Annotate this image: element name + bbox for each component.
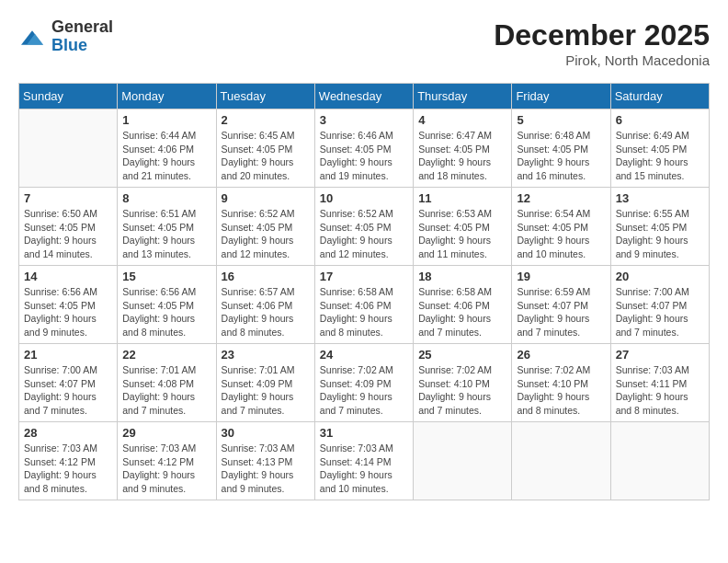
day-detail: Sunrise: 6:53 AM Sunset: 4:05 PM Dayligh… xyxy=(418,207,506,261)
calendar-day-cell: 29Sunrise: 7:03 AM Sunset: 4:12 PM Dayli… xyxy=(118,422,216,500)
calendar-day-cell: 20Sunrise: 7:00 AM Sunset: 4:07 PM Dayli… xyxy=(610,266,709,344)
calendar-day-cell: 30Sunrise: 7:03 AM Sunset: 4:13 PM Dayli… xyxy=(216,422,314,500)
day-number: 13 xyxy=(616,191,704,205)
calendar-day-cell: 10Sunrise: 6:52 AM Sunset: 4:05 PM Dayli… xyxy=(314,188,413,266)
day-number: 1 xyxy=(122,113,210,127)
calendar-day-cell: 15Sunrise: 6:56 AM Sunset: 4:05 PM Dayli… xyxy=(118,266,216,344)
calendar-day-cell: 31Sunrise: 7:03 AM Sunset: 4:14 PM Dayli… xyxy=(314,422,413,500)
calendar-day-cell: 27Sunrise: 7:03 AM Sunset: 4:11 PM Dayli… xyxy=(610,344,709,422)
weekday-header-cell: Friday xyxy=(512,84,610,109)
day-detail: Sunrise: 6:46 AM Sunset: 4:05 PM Dayligh… xyxy=(320,129,408,183)
day-number: 2 xyxy=(222,113,310,127)
day-detail: Sunrise: 6:58 AM Sunset: 4:06 PM Dayligh… xyxy=(320,285,408,339)
calendar-day-cell: 4Sunrise: 6:47 AM Sunset: 4:05 PM Daylig… xyxy=(414,109,512,188)
day-number: 9 xyxy=(222,191,310,205)
calendar-week-row: 1Sunrise: 6:44 AM Sunset: 4:06 PM Daylig… xyxy=(19,109,710,188)
calendar-day-cell: 8Sunrise: 6:51 AM Sunset: 4:05 PM Daylig… xyxy=(118,188,216,266)
day-number: 3 xyxy=(320,113,408,127)
day-detail: Sunrise: 6:51 AM Sunset: 4:05 PM Dayligh… xyxy=(122,207,210,261)
day-number: 25 xyxy=(418,348,506,362)
day-number: 15 xyxy=(122,270,210,283)
calendar-day-cell xyxy=(414,422,512,500)
calendar-day-cell: 19Sunrise: 6:59 AM Sunset: 4:07 PM Dayli… xyxy=(512,266,610,344)
weekday-header-cell: Saturday xyxy=(610,84,709,109)
calendar-day-cell: 11Sunrise: 6:53 AM Sunset: 4:05 PM Dayli… xyxy=(414,188,512,266)
day-detail: Sunrise: 6:50 AM Sunset: 4:05 PM Dayligh… xyxy=(24,207,112,261)
day-number: 4 xyxy=(418,113,506,127)
day-number: 26 xyxy=(517,348,605,362)
day-number: 30 xyxy=(222,426,310,440)
day-number: 28 xyxy=(24,426,112,440)
logo-text: General Blue xyxy=(51,18,113,55)
day-number: 22 xyxy=(122,348,210,362)
day-detail: Sunrise: 7:00 AM Sunset: 4:07 PM Dayligh… xyxy=(616,285,704,339)
day-number: 7 xyxy=(24,191,112,205)
day-detail: Sunrise: 6:52 AM Sunset: 4:05 PM Dayligh… xyxy=(222,207,310,261)
calendar-table: SundayMondayTuesdayWednesdayThursdayFrid… xyxy=(18,83,710,500)
day-number: 29 xyxy=(122,426,210,440)
day-detail: Sunrise: 6:44 AM Sunset: 4:06 PM Dayligh… xyxy=(122,129,210,183)
calendar-day-cell: 2Sunrise: 6:45 AM Sunset: 4:05 PM Daylig… xyxy=(216,109,314,188)
weekday-header-cell: Wednesday xyxy=(314,84,413,109)
calendar-day-cell: 28Sunrise: 7:03 AM Sunset: 4:12 PM Dayli… xyxy=(19,422,118,500)
calendar-day-cell xyxy=(610,422,709,500)
calendar-day-cell: 22Sunrise: 7:01 AM Sunset: 4:08 PM Dayli… xyxy=(118,344,216,422)
day-detail: Sunrise: 6:47 AM Sunset: 4:05 PM Dayligh… xyxy=(418,129,506,183)
day-number: 31 xyxy=(320,426,408,440)
day-detail: Sunrise: 6:57 AM Sunset: 4:06 PM Dayligh… xyxy=(222,285,310,339)
day-detail: Sunrise: 6:52 AM Sunset: 4:05 PM Dayligh… xyxy=(320,207,408,261)
day-detail: Sunrise: 6:56 AM Sunset: 4:05 PM Dayligh… xyxy=(24,285,112,339)
day-number: 24 xyxy=(320,348,408,362)
calendar-week-row: 7Sunrise: 6:50 AM Sunset: 4:05 PM Daylig… xyxy=(19,188,710,266)
day-number: 12 xyxy=(517,191,605,205)
calendar-day-cell: 5Sunrise: 6:48 AM Sunset: 4:05 PM Daylig… xyxy=(512,109,610,188)
day-number: 21 xyxy=(24,348,112,362)
day-detail: Sunrise: 7:01 AM Sunset: 4:08 PM Dayligh… xyxy=(122,363,210,418)
logo: General Blue xyxy=(18,18,113,55)
day-detail: Sunrise: 6:55 AM Sunset: 4:05 PM Dayligh… xyxy=(616,207,704,261)
day-number: 10 xyxy=(320,191,408,205)
day-detail: Sunrise: 7:03 AM Sunset: 4:11 PM Dayligh… xyxy=(616,363,704,418)
calendar-day-cell: 13Sunrise: 6:55 AM Sunset: 4:05 PM Dayli… xyxy=(610,188,709,266)
calendar-day-cell: 26Sunrise: 7:02 AM Sunset: 4:10 PM Dayli… xyxy=(512,344,610,422)
day-detail: Sunrise: 6:54 AM Sunset: 4:05 PM Dayligh… xyxy=(517,207,605,261)
title-area: December 2025 Pirok, North Macedonia xyxy=(494,18,710,68)
calendar-day-cell: 7Sunrise: 6:50 AM Sunset: 4:05 PM Daylig… xyxy=(19,188,118,266)
day-number: 6 xyxy=(616,113,704,127)
day-detail: Sunrise: 7:02 AM Sunset: 4:10 PM Dayligh… xyxy=(418,363,506,418)
day-number: 17 xyxy=(320,270,408,283)
day-detail: Sunrise: 7:00 AM Sunset: 4:07 PM Dayligh… xyxy=(24,363,112,418)
calendar-day-cell: 21Sunrise: 7:00 AM Sunset: 4:07 PM Dayli… xyxy=(19,344,118,422)
weekday-header-cell: Tuesday xyxy=(216,84,314,109)
day-number: 14 xyxy=(24,270,112,283)
page-header: General Blue December 2025 Pirok, North … xyxy=(18,18,710,68)
day-number: 5 xyxy=(517,113,605,127)
day-detail: Sunrise: 7:03 AM Sunset: 4:13 PM Dayligh… xyxy=(222,442,310,496)
day-number: 20 xyxy=(616,270,704,283)
calendar-day-cell: 25Sunrise: 7:02 AM Sunset: 4:10 PM Dayli… xyxy=(414,344,512,422)
day-number: 18 xyxy=(418,270,506,283)
weekday-header-cell: Sunday xyxy=(19,84,118,109)
day-detail: Sunrise: 7:01 AM Sunset: 4:09 PM Dayligh… xyxy=(222,363,310,418)
calendar-day-cell: 3Sunrise: 6:46 AM Sunset: 4:05 PM Daylig… xyxy=(314,109,413,188)
weekday-header-cell: Monday xyxy=(118,84,216,109)
day-number: 19 xyxy=(517,270,605,283)
day-detail: Sunrise: 6:59 AM Sunset: 4:07 PM Dayligh… xyxy=(517,285,605,339)
calendar-day-cell xyxy=(19,109,118,188)
day-detail: Sunrise: 6:49 AM Sunset: 4:05 PM Dayligh… xyxy=(616,129,704,183)
location-subtitle: Pirok, North Macedonia xyxy=(494,52,710,68)
calendar-week-row: 28Sunrise: 7:03 AM Sunset: 4:12 PM Dayli… xyxy=(19,422,710,500)
calendar-day-cell: 18Sunrise: 6:58 AM Sunset: 4:06 PM Dayli… xyxy=(414,266,512,344)
calendar-day-cell: 23Sunrise: 7:01 AM Sunset: 4:09 PM Dayli… xyxy=(216,344,314,422)
day-detail: Sunrise: 7:03 AM Sunset: 4:14 PM Dayligh… xyxy=(320,442,408,496)
calendar-day-cell xyxy=(512,422,610,500)
day-detail: Sunrise: 7:02 AM Sunset: 4:10 PM Dayligh… xyxy=(517,363,605,418)
logo-icon xyxy=(18,29,46,46)
calendar-day-cell: 9Sunrise: 6:52 AM Sunset: 4:05 PM Daylig… xyxy=(216,188,314,266)
day-detail: Sunrise: 6:58 AM Sunset: 4:06 PM Dayligh… xyxy=(418,285,506,339)
calendar-week-row: 14Sunrise: 6:56 AM Sunset: 4:05 PM Dayli… xyxy=(19,266,710,344)
weekday-header-cell: Thursday xyxy=(414,84,512,109)
calendar-day-cell: 16Sunrise: 6:57 AM Sunset: 4:06 PM Dayli… xyxy=(216,266,314,344)
day-detail: Sunrise: 7:03 AM Sunset: 4:12 PM Dayligh… xyxy=(122,442,210,496)
day-detail: Sunrise: 6:48 AM Sunset: 4:05 PM Dayligh… xyxy=(517,129,605,183)
